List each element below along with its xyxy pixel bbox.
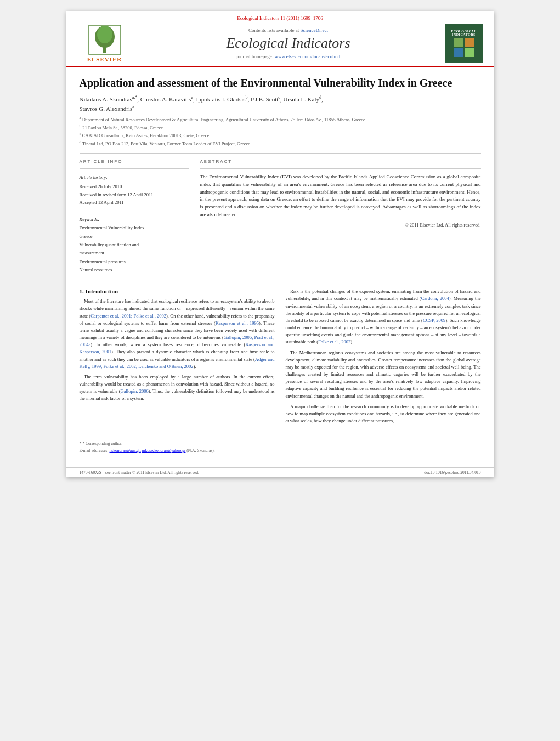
article-info-label: ARTICLE INFO	[80, 159, 189, 164]
accepted-date: Accepted 13 April 2011	[80, 200, 124, 205]
authors-line: Nikolaos A. Skondrasa,*, Christos A. Kar…	[80, 94, 481, 113]
article-body: Application and assessment of the Enviro…	[66, 67, 494, 463]
section-1-heading: 1. Introduction	[80, 288, 275, 295]
email-link-2[interactable]: nikossckondras@yahoo.gr	[142, 448, 186, 453]
page-footer: 1470-160X/$ – see front matter © 2011 El…	[66, 467, 494, 477]
homepage-link[interactable]: www.elsevier.com/locate/ecolind	[275, 54, 340, 59]
svg-point-2	[97, 26, 112, 43]
article-title: Application and assessment of the Enviro…	[80, 76, 481, 90]
divider-1	[80, 153, 481, 154]
ref-kasperson2[interactable]: Kasperson and Kasperson, 2001	[80, 342, 275, 354]
science-direct-link[interactable]: ScienceDirect	[301, 27, 328, 33]
main-col-left: 1. Introduction Most of the literature h…	[80, 288, 275, 428]
author-1: Nikolaos A. Skondras	[80, 96, 132, 103]
main-col-right: Risk is the potential changes of the exp…	[286, 288, 481, 428]
intro-para-3: Risk is the potential changes of the exp…	[286, 288, 481, 346]
divider-info	[80, 168, 189, 169]
article-info-col: ARTICLE INFO Article history: Received 2…	[80, 159, 189, 275]
keyword-2: Greece	[80, 233, 189, 241]
footer-issn: 1470-160X/$ – see front matter © 2011 El…	[80, 470, 200, 475]
intro-para-5: A major challenge then for the research …	[286, 403, 481, 425]
affiliation-c: c CABJAD Consultants, Kato Asites, Herak…	[80, 131, 481, 139]
journal-center: Contents lists available at ScienceDirec…	[132, 27, 445, 59]
ref-adger[interactable]: Adger and Kelly, 1999; Folke et al., 200…	[80, 357, 275, 369]
keyword-4: Environmental pressures	[80, 258, 189, 266]
elsevier-tree-icon	[88, 25, 121, 55]
main-text: 1. Introduction Most of the literature h…	[80, 288, 481, 428]
journal-banner: ELSEVIER Contents lists available at Sci…	[77, 24, 483, 66]
ref-folke2[interactable]: Folke et al., 2002	[318, 339, 350, 344]
science-direct-line: Contents lists available at ScienceDirec…	[132, 27, 445, 33]
footnote-area: * * Corresponding author. E-mail address…	[80, 437, 481, 454]
keywords-section: Keywords: Environmental Vulnerability In…	[80, 217, 189, 274]
keyword-1: Environmental Vulnerability Index	[80, 224, 189, 232]
ref-carpenter[interactable]: Carpenter et al., 2001; Folke et al., 20…	[90, 313, 166, 319]
affiliation-a: a Department of Natural Resources Develo…	[80, 115, 481, 123]
ref-cardona[interactable]: Cardona, 2004	[421, 296, 449, 301]
journal-thumbnail: ECOLOGICAL INDICATORS	[445, 24, 483, 63]
journal-header: Ecological Indicators 11 (2011) 1699–170…	[66, 11, 494, 67]
elsevier-label: ELSEVIER	[87, 56, 122, 63]
keyword-5: Natural resources	[80, 266, 189, 274]
info-abstract-section: ARTICLE INFO Article history: Received 2…	[80, 159, 481, 275]
footer-doi: doi:10.1016/j.ecolind.2011.04.010	[424, 470, 480, 475]
intro-para-1: Most of the literature has indicated tha…	[80, 298, 275, 370]
journal-top-line: Ecological Indicators 11 (2011) 1699–170…	[77, 15, 483, 21]
intro-left-text: Most of the literature has indicated tha…	[80, 298, 275, 402]
page: Ecological Indicators 11 (2011) 1699–170…	[66, 11, 494, 477]
affiliations: a Department of Natural Resources Develo…	[80, 115, 481, 147]
intro-para-2: The term vulnerability has been employed…	[80, 374, 275, 403]
ref-gallopin2[interactable]: Gallopin, 2006	[121, 388, 149, 394]
affiliation-b: b 21 Pavlou Mela St., 58200, Edessa, Gre…	[80, 123, 481, 132]
abstract-text: The Environmental Vulnerability Index (E…	[200, 173, 481, 219]
footnote-star: * * Corresponding author.	[80, 440, 481, 448]
intro-right-text: Risk is the potential changes of the exp…	[286, 288, 481, 425]
footnote-email: E-mail addresses: nskondras@aua.gr, niko…	[80, 448, 481, 454]
keywords-list: Environmental Vulnerability Index Greece…	[80, 224, 189, 274]
journal-title: Ecological Indicators	[132, 35, 445, 52]
keywords-label: Keywords:	[80, 217, 189, 222]
revised-date: Received in revised form 12 April 2011	[80, 192, 154, 197]
ref-kasperson[interactable]: Kasperson et al., 1995	[216, 320, 259, 326]
intro-para-4: The Mediterranean region's ecosystems an…	[286, 349, 481, 400]
email-link-1[interactable]: nskondras@aua.gr,	[109, 448, 140, 453]
author-2: Stavros G. Alexandris	[80, 105, 133, 112]
keyword-3: Vulnerability quantification andmeasurem…	[80, 241, 189, 258]
divider-kw	[80, 212, 189, 212]
received-date: Received 26 July 2010	[80, 184, 122, 189]
divider-2	[80, 279, 481, 279]
divider-abstract	[200, 168, 481, 169]
affiliation-d: d Tinatai Ltd, PO Box 212, Port Vila, Va…	[80, 139, 481, 148]
article-history: Article history: Received 26 July 2010 R…	[80, 173, 189, 207]
abstract-col: ABSTRACT The Environmental Vulnerability…	[200, 159, 481, 275]
abstract-copyright: © 2011 Elsevier Ltd. All rights reserved…	[200, 222, 481, 228]
ref-ccsp[interactable]: CCSP, 2009	[423, 318, 445, 323]
history-label: Article history:	[80, 173, 189, 181]
elsevier-logo: ELSEVIER	[77, 25, 132, 63]
homepage-line: journal homepage: www.elsevier.com/locat…	[132, 54, 445, 59]
abstract-label: ABSTRACT	[200, 159, 481, 164]
